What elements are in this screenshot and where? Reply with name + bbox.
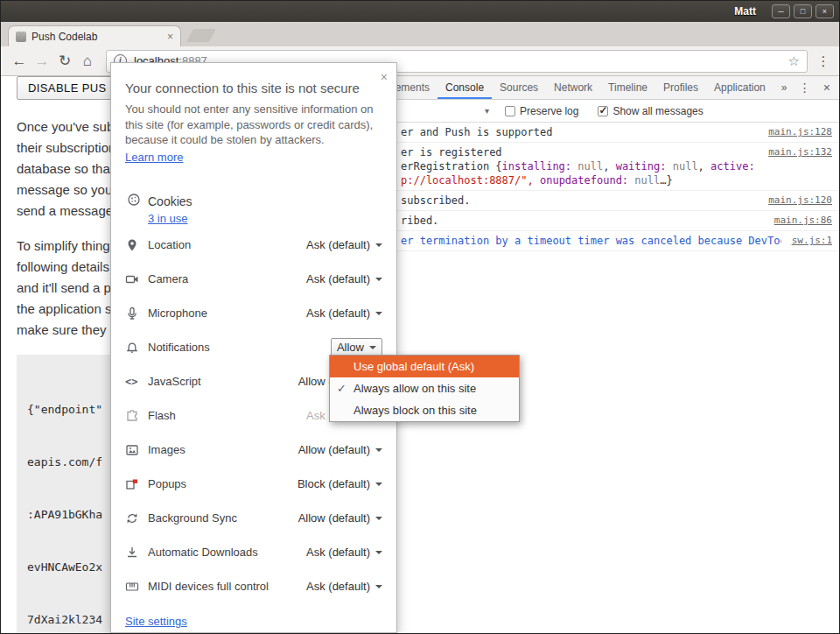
console-source-link[interactable]: main.js:86 bbox=[774, 214, 832, 228]
learn-more-link[interactable]: Learn more bbox=[125, 151, 183, 164]
home-button[interactable]: ⌂ bbox=[76, 53, 99, 70]
console-message-text: subscribed. bbox=[401, 194, 758, 208]
cookie-icon bbox=[127, 193, 141, 209]
browser-menu-icon[interactable]: ⋮ bbox=[815, 53, 832, 69]
devtools-tab-application[interactable]: Application bbox=[706, 77, 774, 99]
console-text-segment: er and Push is supported bbox=[401, 126, 552, 138]
automatic-downloads-permission-select[interactable]: Ask (default) bbox=[306, 546, 382, 559]
caret-down-icon bbox=[375, 243, 382, 250]
permission-value: Ask (default) bbox=[306, 272, 370, 285]
bell-icon bbox=[125, 341, 141, 355]
permission-value: Ask (default) bbox=[306, 580, 370, 593]
permission-label: JavaScript bbox=[148, 375, 201, 388]
new-tab-button[interactable] bbox=[186, 29, 216, 42]
permission-label: Microphone bbox=[148, 306, 207, 320]
browser-tab[interactable]: Push Codelab × bbox=[8, 25, 181, 46]
dropdown-option-always-block[interactable]: Always block on this site bbox=[330, 399, 519, 421]
sync-icon bbox=[125, 511, 141, 525]
background-sync-permission-select[interactable]: Allow (default) bbox=[298, 511, 382, 525]
panel-close-icon[interactable]: × bbox=[381, 70, 388, 84]
dropdown-option-global-default[interactable]: Use global default (Ask) bbox=[330, 356, 519, 377]
forward-button[interactable]: → bbox=[31, 53, 53, 70]
dropdown-option-always-allow[interactable]: ✓ Always allow on this site bbox=[330, 377, 519, 399]
location-permission-select[interactable]: Ask (default) bbox=[306, 238, 382, 251]
devtools-tab-timeline[interactable]: Timeline bbox=[600, 77, 655, 99]
permission-label: Location bbox=[148, 238, 191, 251]
permission-label: Flash bbox=[148, 409, 176, 422]
console-text-segment: null bbox=[578, 160, 603, 173]
camera-permission-select[interactable]: Ask (default) bbox=[306, 272, 382, 285]
site-info-panel: × Your connection to this site is not se… bbox=[110, 62, 397, 633]
permission-dropdown-menu: Use global default (Ask) ✓ Always allow … bbox=[329, 355, 520, 422]
code-icon: <> bbox=[125, 376, 141, 388]
caret-down-icon bbox=[375, 585, 382, 592]
console-message: er is registerederRegistration {installi… bbox=[378, 143, 839, 191]
permission-label: Background Sync bbox=[148, 511, 237, 525]
permission-row-background-sync: Background Sync Allow (default) bbox=[111, 501, 396, 535]
devtools-tab-sources[interactable]: Sources bbox=[492, 77, 546, 99]
permission-row-popups: Popups Block (default) bbox=[111, 467, 396, 501]
filter-dropdown-caret-icon[interactable]: ▾ bbox=[485, 106, 489, 116]
permission-row-automatic-downloads: Automatic Downloads Ask (default) bbox=[111, 535, 396, 569]
caret-down-icon bbox=[375, 551, 382, 558]
permission-row-midi: MIDI devices full control Ask (default) bbox=[111, 569, 396, 603]
cookies-label: Cookies bbox=[148, 194, 192, 208]
images-permission-select[interactable]: Allow (default) bbox=[298, 443, 382, 456]
console-text-segment: installing: bbox=[502, 160, 571, 173]
devtools-tab-console[interactable]: Console bbox=[438, 77, 492, 99]
window-titlebar[interactable]: Matt ─ □ × bbox=[1, 1, 839, 22]
site-settings-link[interactable]: Site settings bbox=[125, 615, 187, 628]
download-icon bbox=[125, 546, 141, 560]
console-toolbar: ▾ Preserve log Show all messages bbox=[378, 100, 839, 123]
console-text-segment: p://localhost:8887/", bbox=[401, 174, 534, 187]
console-source-link[interactable]: main.js:132 bbox=[768, 145, 832, 159]
permission-label: Camera bbox=[148, 272, 188, 285]
console-text-segment bbox=[755, 160, 759, 173]
devtools-tabs-overflow-icon[interactable]: » bbox=[774, 77, 795, 99]
popup-icon bbox=[125, 477, 141, 491]
console-message-text: ribed. bbox=[401, 214, 764, 228]
console-text-segment: er termination by a timeout timer was ca… bbox=[401, 235, 781, 247]
permission-label: MIDI devices full control bbox=[148, 580, 269, 593]
checkbox-unchecked-icon[interactable] bbox=[505, 106, 515, 116]
back-button[interactable]: ← bbox=[8, 53, 31, 70]
console-message-text: er termination by a timeout timer was ca… bbox=[401, 234, 781, 248]
page-text-line: following details bbox=[17, 257, 119, 278]
popups-permission-select[interactable]: Block (default) bbox=[298, 477, 382, 490]
tab-close-icon[interactable]: × bbox=[167, 31, 173, 43]
devtools-menu-icon[interactable]: ⋮ bbox=[799, 81, 811, 95]
window-close-button[interactable]: × bbox=[816, 4, 834, 18]
console-text-segment: subscribed. bbox=[401, 194, 470, 207]
permission-row-images: Images Allow (default) bbox=[111, 433, 396, 467]
console-source-link[interactable]: main.js:120 bbox=[768, 194, 832, 208]
midi-permission-select[interactable]: Ask (default) bbox=[306, 580, 382, 593]
console-text-segment: null bbox=[634, 174, 660, 187]
maximize-button[interactable]: □ bbox=[794, 4, 812, 18]
permission-row-microphone: Microphone Ask (default) bbox=[111, 296, 396, 330]
console-text-segment: waiting: bbox=[616, 160, 667, 173]
devtools-tab-profiles[interactable]: Profiles bbox=[655, 77, 706, 99]
preserve-log-checkbox[interactable]: Preserve log bbox=[505, 105, 578, 117]
reload-button[interactable]: ↻ bbox=[53, 52, 76, 70]
microphone-permission-select[interactable]: Ask (default) bbox=[306, 306, 382, 320]
devtools-close-icon[interactable]: × bbox=[823, 81, 830, 95]
checkbox-checked-icon[interactable] bbox=[598, 106, 608, 116]
camera-icon bbox=[125, 272, 141, 286]
minimize-button[interactable]: ─ bbox=[772, 4, 790, 18]
bookmark-star-icon[interactable]: ☆ bbox=[788, 53, 800, 69]
permission-value: Ask (default) bbox=[306, 306, 370, 320]
console-text-segment: , bbox=[698, 160, 710, 173]
console-message-text: er is registerederRegistration {installi… bbox=[401, 145, 758, 187]
console-source-link[interactable]: main.js:128 bbox=[768, 125, 832, 139]
console-text-segment: onupdatefound: bbox=[540, 174, 628, 187]
cookies-in-use-link[interactable]: 3 in use bbox=[148, 212, 188, 225]
devtools-tab-network[interactable]: Network bbox=[546, 77, 600, 99]
caret-down-icon bbox=[375, 278, 382, 285]
show-all-messages-checkbox[interactable]: Show all messages bbox=[598, 105, 703, 117]
notifications-permission-select[interactable]: Allow bbox=[331, 338, 382, 356]
caret-down-icon bbox=[375, 483, 382, 490]
option-label: Always allow on this site bbox=[354, 382, 476, 395]
checkmark-icon: ✓ bbox=[337, 377, 346, 399]
console-source-link[interactable]: sw.js:1 bbox=[792, 234, 832, 248]
page-text-line: To simplify things bbox=[17, 236, 119, 257]
